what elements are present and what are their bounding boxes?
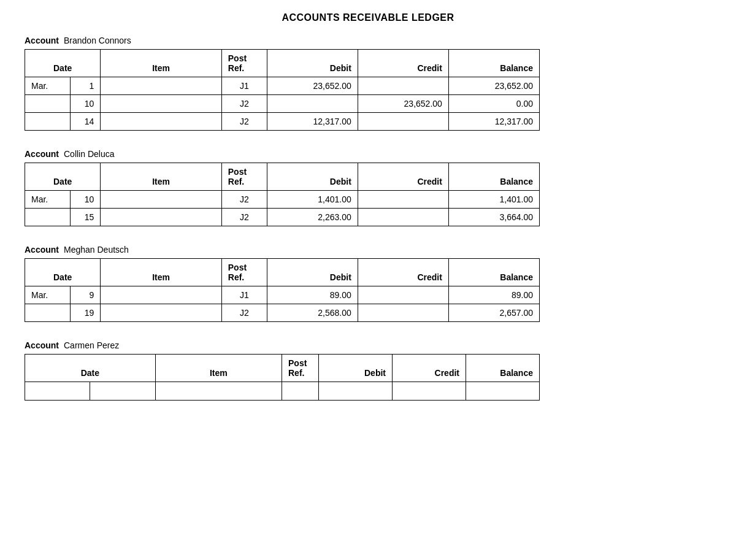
cell-ref: J2 <box>221 304 267 322</box>
cell-ref: J2 <box>221 95 267 113</box>
account-word: Account <box>25 245 59 255</box>
cell-ref: J1 <box>221 77 267 95</box>
cell-credit <box>358 113 448 131</box>
cell-balance: 0.00 <box>448 95 539 113</box>
table-row: 15J22,263.003,664.00 <box>25 209 540 226</box>
cell-day: 14 <box>71 113 101 131</box>
account-section-brandon-connors: AccountBrandon ConnorsDateItemPostRef.De… <box>25 36 711 131</box>
account-section-carmen-perez: AccountCarmen PerezDateItemPostRef.Debit… <box>25 340 711 401</box>
th-credit: Credit <box>393 355 466 382</box>
cell-balance: 1,401.00 <box>448 191 539 209</box>
cell-ref: J1 <box>221 286 267 304</box>
cell-month <box>25 113 71 131</box>
th-credit: Credit <box>358 163 448 191</box>
th-debit: Debit <box>319 355 393 382</box>
cell-month: Mar. <box>25 286 71 304</box>
cell-item <box>101 286 221 304</box>
account-word: Account <box>25 36 59 45</box>
account-label-carmen-perez: AccountCarmen Perez <box>25 340 711 350</box>
cell-month <box>25 95 71 113</box>
cell-day: 15 <box>71 209 101 226</box>
cell-day: 10 <box>71 191 101 209</box>
cell-item <box>101 77 221 95</box>
cell-day: 1 <box>71 77 101 95</box>
cell-item <box>101 113 221 131</box>
cell-month <box>25 209 71 226</box>
th-item: Item <box>101 50 221 77</box>
account-section-collin-deluca: AccountCollin DelucaDateItemPostRef.Debi… <box>25 149 711 226</box>
cell-balance: 12,317.00 <box>448 113 539 131</box>
th-item: Item <box>155 355 282 382</box>
cell-day: 19 <box>71 304 101 322</box>
th-credit: Credit <box>358 259 448 286</box>
ledger-table-brandon-connors: DateItemPostRef.DebitCreditBalanceMar.1J… <box>25 49 540 131</box>
th-date: Date <box>25 50 101 77</box>
account-section-meghan-deutsch: AccountMeghan DeutschDateItemPostRef.Deb… <box>25 245 711 322</box>
cell-debit: 2,568.00 <box>267 304 358 322</box>
cell-balance: 89.00 <box>448 286 539 304</box>
th-item: Item <box>101 163 221 191</box>
cell-item <box>101 209 221 226</box>
cell-balance: 3,664.00 <box>448 209 539 226</box>
th-balance: Balance <box>448 50 539 77</box>
cell-debit: 89.00 <box>267 286 358 304</box>
account-label-meghan-deutsch: AccountMeghan Deutsch <box>25 245 711 255</box>
page-title: ACCOUNTS RECEIVABLE LEDGER <box>25 12 711 23</box>
cell-credit <box>358 77 448 95</box>
table-row: 19J22,568.002,657.00 <box>25 304 540 322</box>
cell-ref: J2 <box>221 209 267 226</box>
th-debit: Debit <box>267 50 358 77</box>
cell-month <box>25 304 71 322</box>
th-balance: Balance <box>466 355 540 382</box>
cell-ref: J2 <box>221 191 267 209</box>
th-date: Date <box>25 355 156 382</box>
account-name: Meghan Deutsch <box>64 245 129 255</box>
th-item: Item <box>101 259 221 286</box>
th-postref: PostRef. <box>221 50 267 77</box>
th-balance: Balance <box>448 259 539 286</box>
th-debit: Debit <box>267 163 358 191</box>
cell-day: 9 <box>71 286 101 304</box>
ledger-table-collin-deluca: DateItemPostRef.DebitCreditBalanceMar.10… <box>25 163 540 226</box>
cell-balance: 23,652.00 <box>448 77 539 95</box>
cell-balance: 2,657.00 <box>448 304 539 322</box>
cell-debit: 12,317.00 <box>267 113 358 131</box>
cell-item <box>101 191 221 209</box>
cell-credit <box>358 304 448 322</box>
th-balance: Balance <box>448 163 539 191</box>
account-label-brandon-connors: AccountBrandon Connors <box>25 36 711 45</box>
th-debit: Debit <box>267 259 358 286</box>
cell-debit <box>267 95 358 113</box>
cell-month: Mar. <box>25 77 71 95</box>
cell-day: 10 <box>71 95 101 113</box>
cell-debit: 2,263.00 <box>267 209 358 226</box>
th-postref: PostRef. <box>221 163 267 191</box>
th-postref: PostRef. <box>282 355 319 382</box>
cell-credit <box>358 191 448 209</box>
ledger-table-carmen-perez: DateItemPostRef.DebitCreditBalance <box>25 354 540 401</box>
table-row: 10J223,652.000.00 <box>25 95 540 113</box>
table-row <box>25 382 540 401</box>
cell-ref: J2 <box>221 113 267 131</box>
table-row: Mar.10J21,401.001,401.00 <box>25 191 540 209</box>
cell-debit: 23,652.00 <box>267 77 358 95</box>
cell-credit <box>358 286 448 304</box>
cell-month: Mar. <box>25 191 71 209</box>
account-name: Brandon Connors <box>64 36 131 45</box>
table-row: 14J212,317.0012,317.00 <box>25 113 540 131</box>
cell-debit: 1,401.00 <box>267 191 358 209</box>
table-row: Mar.1J123,652.0023,652.00 <box>25 77 540 95</box>
cell-item <box>101 304 221 322</box>
th-postref: PostRef. <box>221 259 267 286</box>
account-word: Account <box>25 149 59 159</box>
account-word: Account <box>25 340 59 350</box>
cell-credit <box>358 209 448 226</box>
th-date: Date <box>25 259 101 286</box>
cell-credit: 23,652.00 <box>358 95 448 113</box>
th-credit: Credit <box>358 50 448 77</box>
account-name: Collin Deluca <box>64 149 114 159</box>
account-label-collin-deluca: AccountCollin Deluca <box>25 149 711 159</box>
table-row: Mar.9J189.0089.00 <box>25 286 540 304</box>
account-name: Carmen Perez <box>64 340 119 350</box>
cell-item <box>101 95 221 113</box>
